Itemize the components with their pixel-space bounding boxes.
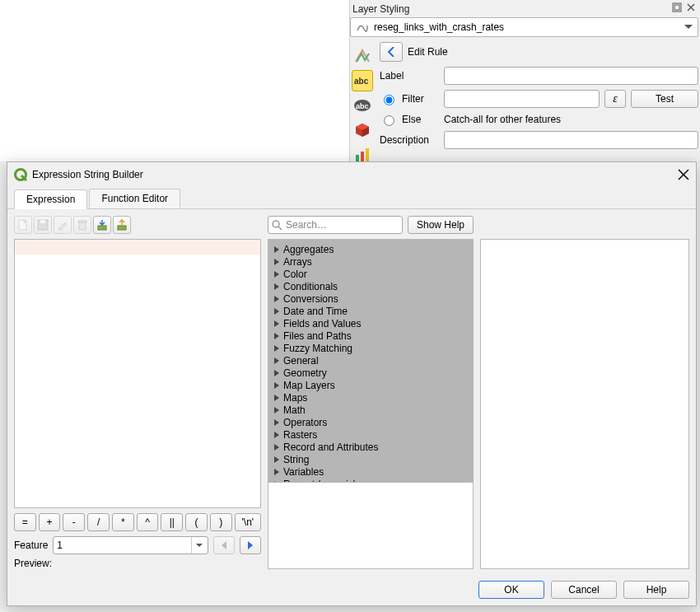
tree-item[interactable]: Fields and Values (268, 317, 473, 329)
svg-rect-19 (118, 226, 126, 230)
layer-name: reseg_links_with_crash_rates (374, 21, 504, 33)
preview-label: Preview: (14, 558, 52, 569)
filter-input[interactable] (444, 90, 600, 108)
svg-rect-18 (98, 226, 106, 230)
tree-item[interactable]: Math (268, 404, 473, 416)
tree-item[interactable]: Color (268, 268, 473, 280)
test-button[interactable]: Test (631, 90, 698, 108)
feature-label: Feature (14, 540, 48, 551)
svg-rect-8 (361, 152, 364, 161)
style-category-sidebar: abc abc (350, 42, 375, 166)
expand-icon (273, 370, 280, 376)
chevron-down-icon (684, 25, 693, 30)
expand-icon (273, 308, 280, 315)
back-button[interactable] (380, 42, 403, 62)
dialog-title: Expression String Builder (32, 169, 143, 180)
operator-button[interactable]: / (87, 513, 110, 531)
new-file-button[interactable] (14, 216, 32, 234)
filter-radio[interactable] (384, 95, 394, 105)
else-radio[interactable] (384, 115, 394, 126)
next-feature-button[interactable] (240, 536, 261, 554)
delete-button[interactable] (73, 216, 91, 234)
filter-label: Filter (402, 93, 424, 105)
else-description: Catch-all for other features (444, 114, 561, 125)
operator-button[interactable]: ) (210, 513, 232, 531)
expand-icon (273, 395, 280, 401)
expand-icon (273, 382, 280, 389)
tree-item[interactable]: Geometry (268, 367, 473, 379)
masks-icon[interactable]: abc (352, 95, 373, 116)
operator-button[interactable]: || (161, 513, 183, 531)
tree-item[interactable]: String (268, 453, 473, 465)
symbology-icon[interactable] (352, 45, 373, 67)
tab-function-editor[interactable]: Function Editor (89, 189, 180, 208)
canvas-area (0, 0, 350, 161)
function-tree-empty (268, 483, 474, 569)
operator-button[interactable]: = (14, 513, 36, 531)
expand-icon (273, 419, 280, 426)
layer-styling-panel: Layer Styling reseg_links_with_crash_rat… (350, 2, 698, 166)
expand-icon (273, 469, 280, 475)
tree-item[interactable]: Map Layers (268, 379, 473, 391)
edit-rule-label: Edit Rule (408, 46, 448, 58)
tree-item[interactable]: Arrays (268, 255, 473, 268)
labels-icon[interactable]: abc (352, 70, 373, 91)
tree-item[interactable]: Operators (268, 416, 473, 428)
save-button[interactable] (34, 216, 52, 234)
edit-button[interactable] (54, 216, 72, 234)
search-input[interactable]: Search… (268, 216, 403, 234)
tree-item[interactable]: Maps (268, 391, 473, 404)
expand-icon (273, 345, 280, 352)
svg-text:abc: abc (354, 77, 369, 86)
tree-item[interactable]: Variables (268, 465, 473, 478)
expression-builder-button[interactable]: ε (604, 90, 626, 108)
tree-item[interactable]: Conversions (268, 292, 473, 305)
operator-button[interactable]: ( (185, 513, 208, 531)
description-field-label: Description (380, 134, 439, 146)
tree-item[interactable]: Aggregates (268, 243, 473, 255)
operator-button[interactable]: + (39, 513, 61, 531)
operator-button[interactable]: - (63, 513, 85, 531)
help-pane (480, 239, 689, 569)
prev-feature-button[interactable] (213, 536, 235, 554)
operator-button[interactable]: * (112, 513, 134, 531)
else-label: Else (402, 114, 421, 125)
tree-item[interactable]: Conditionals (268, 280, 473, 292)
tree-item[interactable]: Date and Time (268, 305, 473, 317)
tab-expression[interactable]: Expression (14, 189, 87, 209)
feature-select[interactable]: 1 (53, 536, 208, 554)
tree-item[interactable]: Fuzzy Matching (268, 342, 473, 354)
operator-button[interactable]: '\n' (235, 513, 261, 531)
expand-icon (273, 456, 280, 463)
operator-button[interactable]: ^ (137, 513, 159, 531)
svg-rect-7 (356, 155, 359, 161)
ok-button[interactable]: OK (478, 581, 544, 599)
tree-item[interactable]: Record and Attributes (268, 441, 473, 453)
function-tree[interactable]: AggregatesArraysColorConditionalsConvers… (268, 239, 474, 483)
tree-item[interactable]: Files and Paths (268, 329, 473, 342)
svg-rect-17 (78, 221, 86, 222)
tree-item[interactable]: Rasters (268, 428, 473, 441)
layer-styling-title: Layer Styling (352, 3, 409, 15)
layer-select[interactable]: reseg_links_with_crash_rates (350, 17, 698, 37)
undock-icon[interactable] (672, 2, 682, 12)
tree-item[interactable]: General (268, 354, 473, 367)
expand-icon (273, 246, 280, 253)
export-button[interactable] (113, 216, 131, 234)
chevron-left-icon (387, 47, 395, 57)
expand-icon (273, 271, 280, 278)
3d-view-icon[interactable] (352, 119, 373, 141)
chevron-down-icon (196, 544, 203, 548)
show-help-button[interactable]: Show Help (408, 216, 474, 234)
import-button[interactable] (93, 216, 111, 234)
label-input[interactable] (444, 67, 698, 85)
svg-line-21 (278, 227, 282, 230)
close-panel-icon[interactable] (686, 2, 696, 12)
expand-icon (273, 259, 280, 265)
cancel-button[interactable]: Cancel (551, 581, 617, 599)
close-dialog-button[interactable] (678, 169, 689, 180)
svg-point-20 (273, 221, 279, 227)
description-input[interactable] (444, 131, 698, 149)
expression-editor[interactable] (14, 239, 261, 508)
help-button[interactable]: Help (623, 581, 689, 599)
